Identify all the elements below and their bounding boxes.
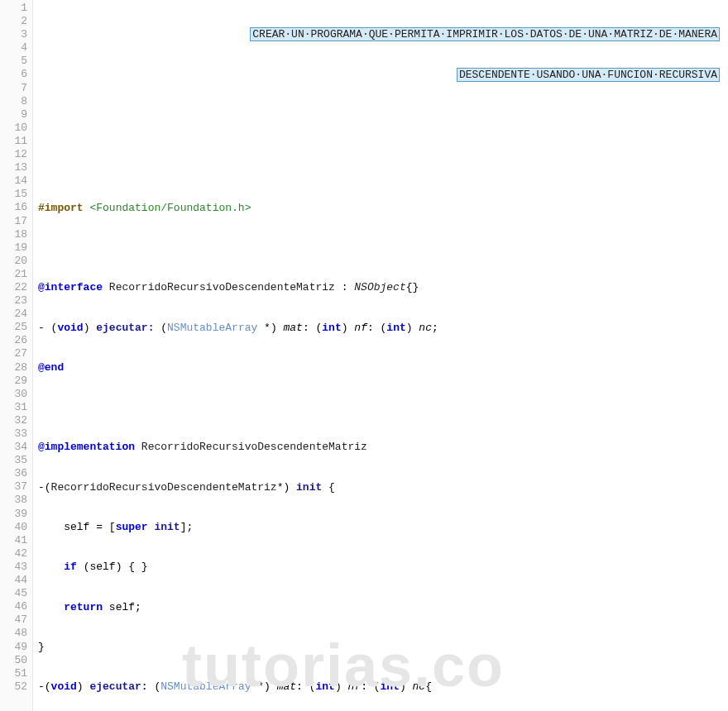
line-number: 33 — [0, 427, 27, 441]
code-line[interactable]: if (self) { } — [38, 561, 728, 574]
code-line[interactable]: -(RecorridoRecursivoDescendenteMatriz*) … — [38, 481, 728, 494]
code-line[interactable] — [38, 401, 728, 414]
line-number: 38 — [0, 494, 27, 507]
line-number: 45 — [0, 587, 27, 600]
line-number: 24 — [0, 308, 27, 321]
line-number: 26 — [0, 334, 27, 347]
code-line[interactable]: - (void) ejecutar: (NSMutableArray *) ma… — [38, 322, 728, 335]
line-number: 15 — [0, 188, 27, 201]
line-number: 32 — [0, 414, 27, 427]
code-line[interactable]: @interface RecorridoRecursivoDescendente… — [38, 281, 728, 294]
line-number: 30 — [0, 388, 27, 401]
line-number: 16 — [0, 201, 27, 214]
line-number: 36 — [0, 467, 27, 480]
line-number: 37 — [0, 480, 27, 494]
line-number: 4 — [0, 41, 27, 55]
line-number: 7 — [0, 82, 27, 95]
code-area[interactable]: CREAR·UN·PROGRAMA·QUE·PERMITA·IMPRIMIR·L… — [33, 0, 728, 711]
line-number: 39 — [0, 508, 27, 521]
line-number: 52 — [0, 680, 27, 694]
line-number: 31 — [0, 401, 27, 414]
header-comment-line1: CREAR·UN·PROGRAMA·QUE·PERMITA·IMPRIMIR·L… — [250, 27, 720, 41]
line-number: 2 — [0, 15, 27, 28]
line-number: 10 — [0, 122, 27, 135]
code-line[interactable] — [38, 241, 728, 255]
code-line[interactable]: return self; — [38, 601, 728, 614]
line-number: 20 — [0, 255, 27, 268]
line-number: 1 — [0, 2, 27, 15]
line-number: 41 — [0, 534, 27, 547]
line-number: 29 — [0, 375, 27, 388]
header-comment-line2: DESCENDENTE·USANDO·UNA·FUNCION·RECURSIVA — [457, 68, 720, 82]
line-number: 49 — [0, 641, 27, 654]
line-number: 13 — [0, 161, 27, 174]
line-number: 47 — [0, 613, 27, 627]
code-line[interactable]: @end — [38, 361, 728, 375]
line-number: 28 — [0, 361, 27, 375]
line-number: 23 — [0, 294, 27, 308]
line-number: 12 — [0, 148, 27, 161]
line-number: 40 — [0, 521, 27, 534]
line-number: 14 — [0, 174, 27, 188]
line-number: 34 — [0, 441, 27, 454]
code-line[interactable] — [38, 108, 728, 122]
line-number: 17 — [0, 215, 27, 228]
line-number-gutter: 1234567891011121314151617181920212223242… — [0, 0, 33, 711]
code-line[interactable]: #import <Foundation/Foundation.h> — [38, 202, 728, 215]
line-number: 48 — [0, 627, 27, 640]
header-comment-highlight: CREAR·UN·PROGRAMA·QUE·PERMITA·IMPRIMIR·L… — [250, 2, 720, 108]
line-number: 27 — [0, 347, 27, 360]
code-editor: 1234567891011121314151617181920212223242… — [0, 0, 728, 711]
line-number: 25 — [0, 321, 27, 334]
line-number: 42 — [0, 547, 27, 561]
line-number: 22 — [0, 281, 27, 294]
line-number: 5 — [0, 55, 27, 68]
line-number: 9 — [0, 108, 27, 122]
code-line[interactable]: @implementation RecorridoRecursivoDescen… — [38, 441, 728, 454]
code-line[interactable] — [38, 148, 728, 161]
line-number: 43 — [0, 561, 27, 574]
line-number: 50 — [0, 654, 27, 667]
line-number: 46 — [0, 600, 27, 613]
line-number: 35 — [0, 454, 27, 467]
code-line[interactable]: } — [38, 641, 728, 654]
line-number: 6 — [0, 68, 27, 81]
line-number: 8 — [0, 95, 27, 108]
code-line[interactable]: self = [super init]; — [38, 521, 728, 534]
code-line[interactable]: -(void) ejecutar: (NSMutableArray *) mat… — [38, 680, 728, 694]
line-number: 18 — [0, 228, 27, 241]
line-number: 21 — [0, 268, 27, 281]
line-number: 51 — [0, 667, 27, 680]
line-number: 19 — [0, 241, 27, 255]
line-number: 11 — [0, 135, 27, 148]
line-number: 3 — [0, 28, 27, 41]
line-number: 44 — [0, 574, 27, 587]
